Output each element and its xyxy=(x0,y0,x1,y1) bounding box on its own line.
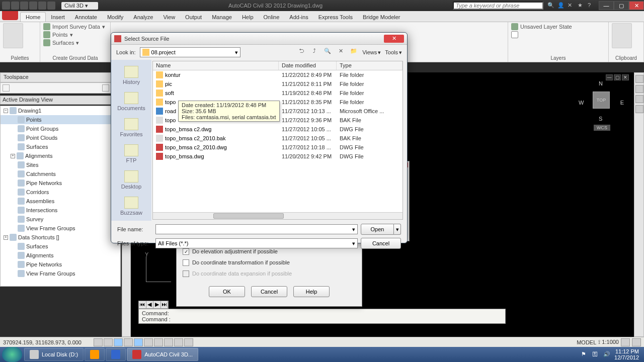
tree-corridors[interactable]: Corridors xyxy=(1,188,120,197)
tree-pipe-networks[interactable]: Pipe Networks xyxy=(1,178,120,188)
minimize-button[interactable]: — xyxy=(599,1,614,10)
tree-catchments[interactable]: Catchments xyxy=(1,169,120,178)
tab-view[interactable]: View xyxy=(158,13,180,22)
tab-manage[interactable]: Manage xyxy=(207,13,237,22)
open-dropdown[interactable]: ▾ xyxy=(394,224,401,235)
layer-state[interactable]: Unsaved Layer State xyxy=(511,23,572,30)
cancel-button-2[interactable]: Cancel xyxy=(251,286,287,297)
tree-point-groups[interactable]: Point Groups xyxy=(1,124,120,133)
app-menu-button[interactable] xyxy=(2,11,18,20)
open-button[interactable]: Open xyxy=(361,224,394,235)
cmd-prev-icon[interactable]: ◀ xyxy=(146,301,154,308)
cmd-next-icon[interactable]: ▶ xyxy=(153,301,161,308)
orbit-icon[interactable] xyxy=(635,105,643,113)
ground-import-survey-data[interactable]: Import Survey Data ▾ xyxy=(43,23,105,30)
col-date-header[interactable]: Date modified xyxy=(279,61,337,70)
file-row[interactable]: pic11/21/2012 8:11 PMFile folder xyxy=(153,79,403,88)
tree-alignments[interactable]: +Alignments xyxy=(1,151,120,160)
close-button[interactable]: ✕ xyxy=(629,1,644,10)
ducs-toggle[interactable] xyxy=(154,338,163,346)
up-icon[interactable]: ⤴ xyxy=(310,48,319,57)
newfolder-icon[interactable]: 📁 xyxy=(349,48,358,57)
col-type-header[interactable]: Type xyxy=(337,61,403,70)
back-icon[interactable]: ⮌ xyxy=(297,48,306,57)
qat-print-icon[interactable] xyxy=(47,2,55,10)
place-favorites[interactable]: Favorites xyxy=(114,115,149,140)
start-button[interactable] xyxy=(2,347,22,362)
zoom-icon[interactable] xyxy=(635,95,643,103)
dialog-titlebar[interactable]: Select Source File ✕ xyxy=(111,33,407,45)
help-icon[interactable]: ? xyxy=(588,2,595,9)
tray-volume-icon[interactable]: 🔊 xyxy=(603,351,610,358)
status-misc-1[interactable] xyxy=(621,338,630,346)
ok-button[interactable]: OK xyxy=(209,286,245,297)
place-desktop[interactable]: Desktop xyxy=(114,167,149,193)
layer-color-icon[interactable] xyxy=(511,31,518,38)
tab-help[interactable]: Help xyxy=(237,13,259,22)
tab-output[interactable]: Output xyxy=(180,13,207,22)
help-button[interactable]: Help xyxy=(293,286,330,297)
tray-network-icon[interactable]: ⚿ xyxy=(592,351,599,358)
dyn-toggle[interactable] xyxy=(164,338,173,346)
help-search-input[interactable] xyxy=(453,2,543,10)
qat-undo-icon[interactable] xyxy=(29,2,37,10)
tree-surfaces[interactable]: Surfaces xyxy=(1,142,120,151)
place-history[interactable]: History xyxy=(114,63,149,88)
tree-point-clouds[interactable]: Point Clouds xyxy=(1,133,120,142)
ground-points[interactable]: Points ▾ xyxy=(43,31,105,38)
delete-icon[interactable]: ✕ xyxy=(336,48,345,57)
pan-icon[interactable] xyxy=(635,85,643,93)
tab-insert[interactable]: Insert xyxy=(46,13,70,22)
paste-button[interactable] xyxy=(612,23,632,48)
tray-flag-icon[interactable]: ⚑ xyxy=(581,351,588,358)
ground-surfaces[interactable]: Surfaces ▾ xyxy=(43,39,105,46)
file-row[interactable]: topo_bmsa c2_2010.bak11/27/2012 10:05 ..… xyxy=(153,134,403,143)
status-misc-2[interactable] xyxy=(632,338,641,346)
file-row[interactable]: kontur11/22/2012 8:49 PMFile folder xyxy=(153,70,403,79)
tree-intersections[interactable]: Intersections xyxy=(1,206,120,215)
views-menu[interactable]: Views ▾ xyxy=(362,49,381,56)
qp-toggle[interactable] xyxy=(184,338,193,346)
lookin-combo[interactable]: 08.project ▾ xyxy=(140,47,240,57)
place-buzzsaw[interactable]: Buzzsaw xyxy=(114,194,149,219)
tree-pipe-networks[interactable]: Pipe Networks xyxy=(1,260,120,269)
favorite-icon[interactable]: ★ xyxy=(578,2,585,9)
cmd-first-icon[interactable]: ⏮ xyxy=(139,301,146,308)
tree-view-frame-groups[interactable]: View Frame Groups xyxy=(1,269,120,278)
grid-toggle[interactable] xyxy=(104,338,113,346)
file-row[interactable]: soft11/19/2012 8:48 PMFile folder xyxy=(153,88,403,98)
filename-input[interactable]: ▾ xyxy=(155,224,358,234)
tools-menu[interactable]: Tools ▾ xyxy=(385,49,402,56)
maximize-button[interactable]: ▢ xyxy=(614,1,629,10)
tab-express-tools[interactable]: Express Tools xyxy=(313,13,358,22)
workspace-selector[interactable]: Civil 3D ▾ xyxy=(61,2,98,10)
search-icon[interactable]: 🔍 xyxy=(547,2,554,9)
tab-online[interactable]: Online xyxy=(259,13,285,22)
toolspace-btn1[interactable] xyxy=(102,84,109,92)
command-line[interactable]: Command: Command : xyxy=(138,309,506,324)
task-explorer[interactable]: Local Disk (D:) xyxy=(24,348,84,361)
scale-display[interactable]: ⟟ 1:1000 xyxy=(598,339,619,345)
clock[interactable]: 11:12 PM 12/7/2012 xyxy=(614,348,639,360)
filetype-combo[interactable]: All Files (*.*)▾ xyxy=(155,238,358,248)
nav-wheel-icon[interactable] xyxy=(635,75,643,83)
snap-toggle[interactable] xyxy=(94,338,103,346)
task-app1[interactable] xyxy=(85,348,105,361)
viewcube[interactable]: N S W E TOP WCS xyxy=(579,80,624,131)
dialog-close-button[interactable]: ✕ xyxy=(384,35,404,43)
tree-view-frame-groups[interactable]: View Frame Groups xyxy=(1,224,120,233)
file-row[interactable]: topo_bmsa c2.dwg11/27/2012 10:05 ...DWG … xyxy=(153,125,403,134)
doc-restore-button[interactable]: ▢ xyxy=(614,74,621,80)
qat-open-icon[interactable] xyxy=(11,2,19,10)
tree-assemblies[interactable]: Assemblies xyxy=(1,197,120,206)
task-autocad[interactable]: AutoCAD Civil 3D... xyxy=(127,348,198,361)
doc-close-button[interactable]: ✕ xyxy=(622,74,629,80)
tree-survey[interactable]: Survey xyxy=(1,215,120,224)
polar-toggle[interactable] xyxy=(124,338,133,346)
qat-new-icon[interactable] xyxy=(2,2,10,10)
qat-save-icon[interactable] xyxy=(20,2,28,10)
tree-points[interactable]: Points xyxy=(1,115,120,124)
toolspace-button[interactable] xyxy=(3,23,23,48)
tab-bridge-modeler[interactable]: Bridge Modeler xyxy=(358,13,406,22)
task-word[interactable] xyxy=(106,348,126,361)
